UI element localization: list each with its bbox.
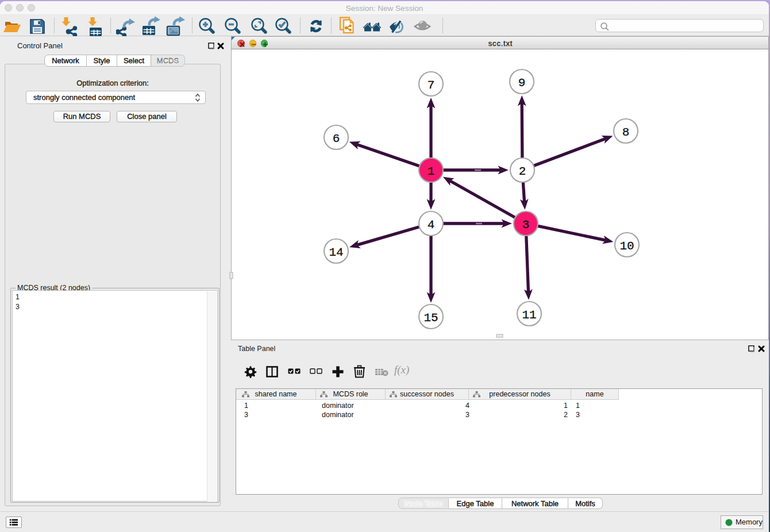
svg-text:8: 8 [622,126,630,139]
svg-text:2: 2 [519,165,526,178]
svg-text:1: 1 [428,165,435,178]
svg-text:7: 7 [428,79,435,92]
svg-text:14: 14 [329,246,343,259]
svg-text:4: 4 [428,218,435,232]
svg-text:3: 3 [522,218,530,232]
svg-text:15: 15 [424,311,438,325]
svg-text:6: 6 [333,132,340,145]
svg-text:11: 11 [522,309,536,322]
svg-text:9: 9 [518,76,526,90]
svg-text:10: 10 [619,240,634,253]
